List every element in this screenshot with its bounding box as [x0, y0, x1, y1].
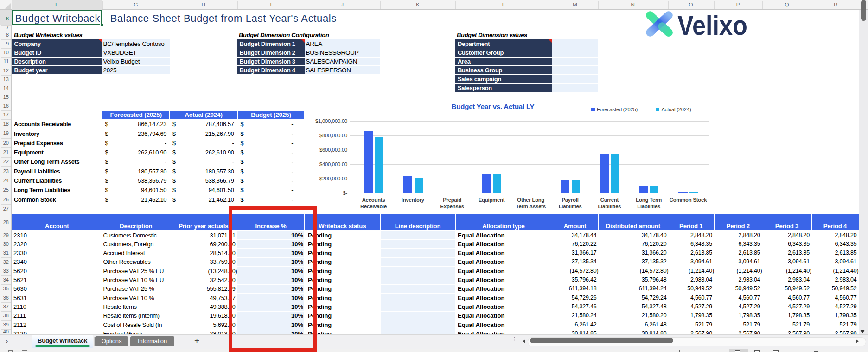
- svg-text:Velixo: Velixo: [677, 11, 747, 40]
